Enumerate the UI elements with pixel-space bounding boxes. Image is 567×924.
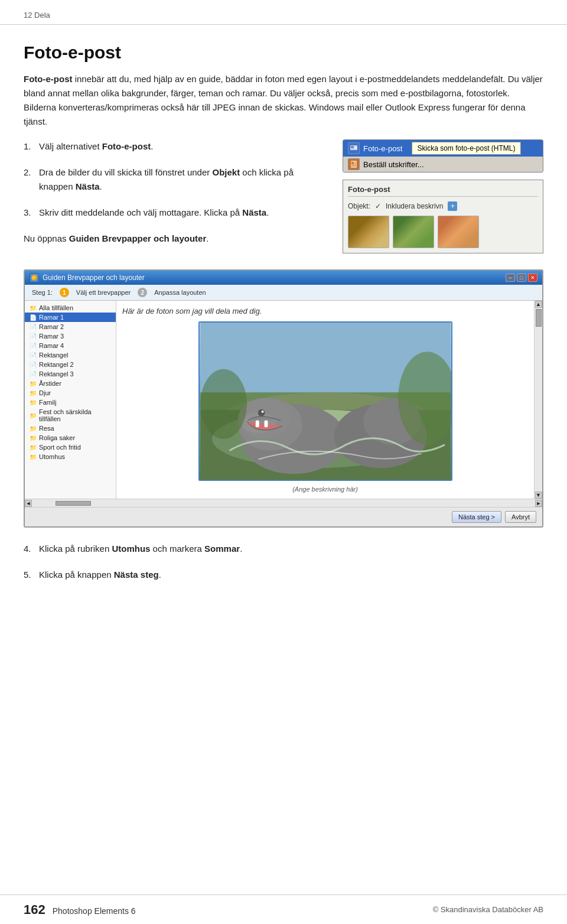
sidebar-label-alla: Alla tillfällen <box>39 304 73 311</box>
step1-badge: 1 <box>60 288 69 297</box>
sidebar-item-ramar2[interactable]: 📄 Ramar 2 <box>25 322 116 331</box>
page-header-text: 12 Dela <box>24 11 50 19</box>
menu-item-bestall: Beställ utskrifter... <box>343 157 543 172</box>
section-title: Foto-e-post <box>24 43 543 63</box>
page-header: 12 Dela <box>0 0 567 25</box>
hippo-svg <box>200 323 451 480</box>
step-5-bold: Nästa steg <box>114 570 159 580</box>
sidebar-item-rektangel[interactable]: 📄 Rektangel <box>25 350 116 360</box>
menu-item-foto-e-post: Foto-e-post Skicka som foto-e-post (HTML… <box>343 140 543 157</box>
sidebar-item-resa[interactable]: 📁 Resa <box>25 424 116 433</box>
sidebar-item-rektangel2[interactable]: 📄 Rektangel 2 <box>25 360 116 369</box>
hscroll-left[interactable]: ◄ <box>25 500 32 507</box>
dialog-title-text: Guiden Brevpapper och layouter <box>43 274 145 282</box>
svg-rect-3 <box>351 162 354 164</box>
foto-e-post-icon <box>348 142 360 154</box>
step-1-bold: Foto-e-post <box>102 141 151 151</box>
step-3: 3. Skriv ditt meddelande och välj mottag… <box>24 206 325 220</box>
hscroll-track <box>32 500 535 506</box>
sidebar-label-arstider: Årstider <box>39 380 61 387</box>
dialog-titlebar: P Guiden Brevpapper och layouter – □ ✕ <box>25 271 542 285</box>
step-1-text: Välj alternativet Foto-e-post. <box>39 139 153 154</box>
close-button[interactable]: ✕ <box>528 274 537 282</box>
cancel-button[interactable]: Avbryt <box>505 511 536 523</box>
scroll-up-arrow[interactable]: ▲ <box>535 301 542 308</box>
scroll-thumb[interactable] <box>536 309 542 327</box>
folder-icon-sport: 📁 <box>30 444 37 451</box>
sidebar-item-alla[interactable]: 📁 Alla tillfällen <box>25 303 116 313</box>
dialog-inkludera-label: Inkludera beskrivn <box>386 202 443 210</box>
sidebar-item-ramar3[interactable]: 📄 Ramar 3 <box>25 331 116 341</box>
titlebar-controls: – □ ✕ <box>506 274 537 282</box>
sidebar-item-arstider[interactable]: 📁 Årstider <box>25 379 116 388</box>
steps-screenshot-section: 1. Välj alternativet Foto-e-post. 2. Dra… <box>24 139 543 258</box>
sidebar-item-rektangel3[interactable]: 📄 Rektangel 3 <box>25 369 116 379</box>
folder-icon-ramar4: 📄 <box>30 343 37 349</box>
sidebar-item-roliga[interactable]: 📁 Roliga saker <box>25 433 116 443</box>
dialog-footer: Nästa steg > Avbryt <box>25 507 542 526</box>
sidebar-item-familj[interactable]: 📁 Familj <box>25 398 116 407</box>
hscroll-right[interactable]: ► <box>535 500 542 507</box>
svg-rect-17 <box>264 421 268 428</box>
photo-thumb-1 <box>348 216 389 248</box>
dialog-scrollbar[interactable]: ▲ ▼ <box>534 301 542 499</box>
step-5: 5. Klicka på knappen Nästa steg. <box>24 568 543 582</box>
dialog-title: Foto-e-post <box>348 185 538 197</box>
sidebar-item-utomhus[interactable]: 📁 Utomhus <box>25 452 116 461</box>
dialog-screenshot: Foto-e-post Objekt: ✓ Inkludera beskrivn… <box>343 180 543 253</box>
sidebar-item-djur[interactable]: 📁 Djur <box>25 388 116 398</box>
folder-icon-roliga: 📁 <box>30 435 37 441</box>
sidebar-item-ramar1[interactable]: 📄 Ramar 1 <box>25 313 116 322</box>
maximize-button[interactable]: □ <box>517 274 526 282</box>
step-2-number: 2. <box>24 165 34 194</box>
steps-bar: Steg 1: 1 Välj ett brevpapper 2 Anpassa … <box>25 285 542 301</box>
step-3-bold: Nästa <box>242 207 266 217</box>
hippo-photo-frame <box>198 321 452 481</box>
sidebar-label-rektangel: Rektangel <box>39 352 69 359</box>
hscroll-thumb[interactable] <box>56 501 91 506</box>
folder-icon-ramar3: 📄 <box>30 333 37 340</box>
svg-rect-1 <box>351 146 354 148</box>
scroll-down-arrow[interactable]: ▼ <box>535 492 542 499</box>
step-2-text: Dra de bilder du vill skicka till fönstr… <box>39 165 325 194</box>
next-step-button[interactable]: Nästa steg > <box>452 511 501 523</box>
folder-icon-djur: 📁 <box>30 390 37 396</box>
main-dialog-screenshot: P Guiden Brevpapper och layouter – □ ✕ S… <box>24 269 543 528</box>
folder-icon-ramar1: 📄 <box>30 314 37 321</box>
footer-left: 162 Photoshop Elements 6 <box>24 902 136 918</box>
sidebar-label-utomhus: Utomhus <box>39 453 65 460</box>
svg-point-23 <box>200 369 247 439</box>
step-4-bold1: Utomhus <box>112 544 150 554</box>
step-5-text: Klicka på knappen Nästa steg. <box>39 568 161 582</box>
bestall-icon <box>348 158 360 170</box>
folder-icon-rektangel2: 📄 <box>30 362 37 368</box>
sidebar-label-rektangel2: Rektangel 2 <box>39 361 74 368</box>
step-4-bold2: Sommar <box>204 544 240 554</box>
steps-right-column: Foto-e-post Skicka som foto-e-post (HTML… <box>343 139 543 258</box>
steps-left-column: 1. Välj alternativet Foto-e-post. 2. Dra… <box>24 139 325 258</box>
step2-badge: 2 <box>138 288 147 297</box>
minimize-button[interactable]: – <box>506 274 515 282</box>
folder-icon-utomhus: 📁 <box>30 454 37 460</box>
sidebar-label-familj: Familj <box>39 399 56 406</box>
dialog-objekt-row: Objekt: ✓ Inkludera beskrivn + <box>348 201 538 211</box>
sidebar-label-roliga: Roliga saker <box>39 434 75 441</box>
intro-paragraph: Foto-e-post innebär att du, med hjälp av… <box>24 72 543 129</box>
sidebar-label-sport: Sport och fritid <box>39 444 81 451</box>
sidebar-label-rektangel3: Rektangel 3 <box>39 370 74 378</box>
dialog-photos <box>348 216 538 248</box>
dialog-plus-btn[interactable]: + <box>448 201 457 211</box>
folder-icon-fest: 📁 <box>30 412 37 419</box>
sidebar-item-sport[interactable]: 📁 Sport och fritid <box>25 443 116 452</box>
sidebar-label-fest: Fest och särskilda tillfällen <box>39 408 111 422</box>
folder-icon-resa: 📁 <box>30 425 37 432</box>
sidebar-item-fest[interactable]: 📁 Fest och särskilda tillfällen <box>25 407 116 424</box>
sidebar-item-ramar4[interactable]: 📄 Ramar 4 <box>25 341 116 350</box>
folder-icon-rektangel3: 📄 <box>30 371 37 378</box>
dialog-hscroll[interactable]: ◄ ► <box>25 499 542 507</box>
intro-text-body: innebär att du, med hjälp av en guide, b… <box>24 74 543 126</box>
dialog-sidebar: 📁 Alla tillfällen 📄 Ramar 1 📄 Ramar 2 📄 … <box>25 301 116 499</box>
sidebar-label-djur: Djur <box>39 389 51 396</box>
step-3-number: 3. <box>24 206 34 220</box>
step-prefix: Steg 1: <box>32 289 53 296</box>
